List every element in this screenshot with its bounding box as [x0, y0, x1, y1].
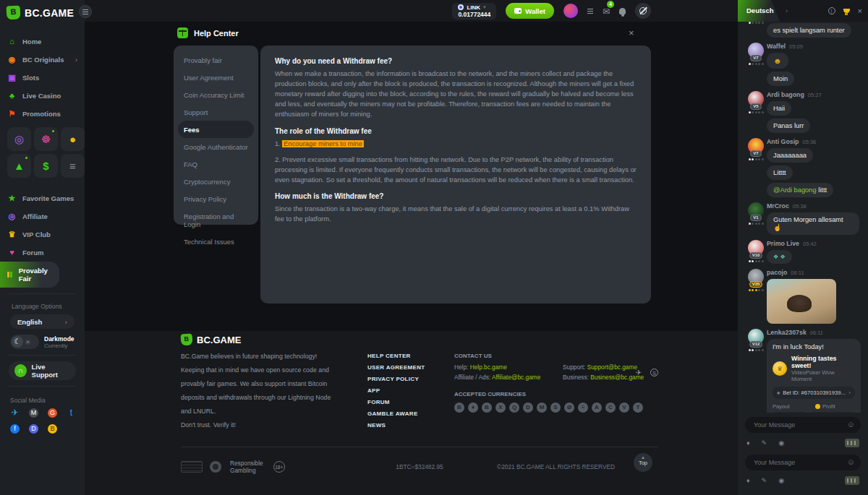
sidebar-item-provably-fair[interactable]: Provably Fair: [0, 262, 59, 288]
help-nav-google-authenticator[interactable]: Google Authenticator: [174, 138, 258, 155]
rules-pencil-icon[interactable]: ✎: [762, 477, 767, 484]
rain-tip-icon[interactable]: ♦: [746, 477, 750, 484]
help-nav-fees-active[interactable]: Fees: [178, 121, 254, 138]
rain-tip-icon[interactable]: ♦: [746, 439, 750, 447]
qtum-icon: Q: [509, 403, 519, 413]
darkmode-subtitle: Currently: [44, 343, 75, 349]
help-nav-user-agreement[interactable]: User Agreement: [174, 69, 258, 86]
message-bubble: es spielt langsam runter: [767, 23, 851, 38]
username[interactable]: Lenka2307sk: [767, 329, 807, 336]
sidebar-collapse-button[interactable]: [79, 5, 92, 18]
sidebar-item-live-casino[interactable]: ♣Live Casino: [0, 87, 85, 105]
wallet-button[interactable]: Wallet: [506, 3, 554, 19]
username[interactable]: Waffel: [767, 43, 786, 50]
chat-message-input[interactable]: [745, 417, 861, 433]
help-nav-technical-issues[interactable]: Technical Issues: [174, 233, 258, 250]
keyboard-icon[interactable]: [845, 439, 859, 447]
game-tile-crash[interactable]: ▲: [7, 154, 31, 178]
game-tile-money-tag[interactable]: $: [34, 154, 58, 178]
currency-selector[interactable]: LINK▾ 0.01772444: [452, 3, 496, 20]
footer-link-app[interactable]: APP: [367, 387, 454, 394]
sidebar-item-promotions[interactable]: ⚑Promotions: [0, 105, 85, 123]
coin-symbol: LINK: [467, 4, 480, 11]
trophy-icon[interactable]: [843, 9, 850, 13]
footer-link-gamble-aware[interactable]: GAMBLE AWARE: [367, 410, 454, 417]
keyboard-icon[interactable]: [845, 476, 859, 485]
sidebar-item-slots[interactable]: ▣Slots: [0, 69, 85, 87]
help-nav-cryptocurrency[interactable]: Cryptocurrency: [174, 173, 258, 190]
live-support-button[interactable]: ∩ Live Support: [9, 361, 76, 380]
about-line: Keeping that in mind we have open source…: [181, 366, 362, 374]
medium-icon[interactable]: M: [29, 408, 38, 418]
username[interactable]: Anti Gosip: [767, 138, 799, 145]
language-select[interactable]: English›: [10, 314, 75, 329]
game-tile-wheel[interactable]: ☸: [34, 127, 58, 151]
username[interactable]: Ardi bagong: [767, 91, 804, 98]
sidebar-item-affiliate[interactable]: ◎Affiliate: [0, 207, 85, 225]
logo[interactable]: BC.GAME: [0, 0, 85, 25]
username[interactable]: pacojo: [767, 269, 787, 276]
mute-sound-button[interactable]: [635, 3, 651, 19]
help-nav-provably-fair[interactable]: Provably fair: [174, 51, 258, 69]
coin-drop-icon[interactable]: ◉: [778, 477, 784, 484]
telegram-icon[interactable]: ✈: [10, 408, 20, 418]
sidebar-item-bc-originals[interactable]: ◉BC Originals›: [0, 51, 85, 69]
modal-close-button[interactable]: ×: [629, 27, 634, 38]
help-nav-registration-and-login[interactable]: Registration and Login: [174, 207, 258, 233]
chat-message-input-2[interactable]: [745, 455, 861, 470]
user-menu-button[interactable]: [587, 9, 593, 14]
message-image[interactable]: [767, 279, 836, 324]
scroll-top-button[interactable]: ▲Top: [634, 453, 652, 472]
contact-help-link[interactable]: Help.bc.game: [470, 363, 507, 371]
chat-message-list[interactable]: es spielt langsam runter V7 Waffel05:09 …: [738, 22, 868, 413]
game-tile-dart[interactable]: ◎: [7, 127, 31, 151]
telegram-contact-icon[interactable]: ✈: [636, 369, 642, 376]
github-icon[interactable]: G: [48, 408, 57, 418]
username[interactable]: MrCroc: [767, 202, 789, 210]
sidebar-item-home[interactable]: ⌂Home: [0, 33, 85, 51]
mention[interactable]: @Ardi bagong: [773, 186, 817, 194]
sidebar-item-forum[interactable]: ♥Forum: [0, 244, 85, 262]
level-badge: V35: [749, 281, 763, 288]
chevron-right-icon[interactable]: ›: [786, 7, 788, 14]
message-bubble: Moin: [767, 72, 794, 86]
bitcointalk-icon[interactable]: B: [48, 424, 57, 434]
game-tile-piggy[interactable]: ●: [61, 127, 85, 151]
facebook-icon[interactable]: f: [10, 424, 20, 434]
darkmode-toggle[interactable]: ☾☀: [10, 335, 39, 349]
bet-id-row[interactable]: ♠ Bet ID: #670310391939... ›: [773, 387, 855, 399]
help-nav-privacy-policy[interactable]: Privacy Policy: [174, 190, 258, 207]
bell-icon[interactable]: [619, 8, 626, 14]
skype-contact-icon[interactable]: S: [650, 369, 658, 376]
wallet-label: Wallet: [525, 7, 545, 15]
timestamp: 05:09: [789, 43, 803, 50]
discord-icon[interactable]: D: [29, 424, 38, 434]
chat-close-icon[interactable]: ×: [858, 7, 862, 15]
sidebar-item-favorite-games[interactable]: ★Favorite Games: [0, 189, 85, 207]
chat-rules-info-icon[interactable]: !: [828, 7, 835, 14]
emoji-picker-icon[interactable]: ☺: [847, 457, 855, 466]
sidebar-item-vip-club[interactable]: ♛VIP Club: [0, 225, 85, 244]
coin-drop-icon[interactable]: ◉: [778, 439, 784, 447]
provably-fair-icon: [7, 272, 13, 277]
twitter-icon[interactable]: t: [67, 408, 76, 418]
emoji-picker-icon[interactable]: ☺: [847, 420, 855, 429]
footer-link-news[interactable]: NEWS: [367, 422, 454, 429]
game-tile-coins[interactable]: ≡: [61, 154, 85, 178]
contact-support-link[interactable]: Support@bc.game: [587, 363, 637, 371]
contact-label: Affiliate / Ads:: [454, 374, 490, 381]
help-nav-support[interactable]: Support: [174, 103, 258, 121]
deposit-inbox-button[interactable]: ✉4: [603, 4, 610, 17]
help-nav-faq[interactable]: FAQ: [174, 155, 258, 173]
username[interactable]: Primo Live: [767, 240, 799, 247]
help-nav-coin-accuracy-limit[interactable]: Coin Accuracy Limit: [174, 86, 258, 103]
chat-language-tab[interactable]: Deutsch: [738, 0, 780, 22]
footer-link-help-center[interactable]: HELP CENTER: [367, 353, 454, 359]
footer-link-privacy-policy[interactable]: PRIVACY POLICY: [367, 376, 454, 382]
rules-pencil-icon[interactable]: ✎: [762, 439, 767, 447]
footer-link-user-agreement[interactable]: USER AGREEMENT: [367, 364, 454, 371]
live-support-label: Live Support: [32, 363, 70, 379]
user-avatar[interactable]: [563, 4, 578, 18]
footer-link-forum[interactable]: FORUM: [367, 399, 454, 405]
contact-affiliate-link[interactable]: Affiliate@bc.game: [492, 374, 540, 381]
